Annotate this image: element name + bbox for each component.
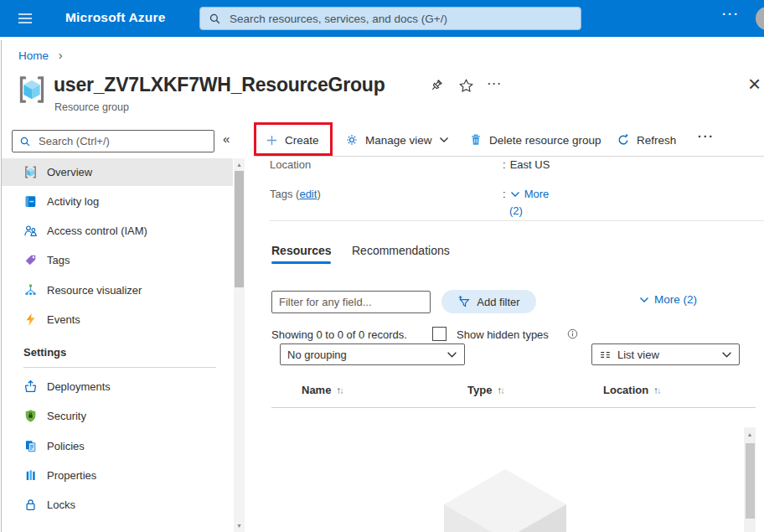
properties-icon — [23, 468, 38, 483]
trash-icon — [469, 133, 483, 147]
sort-down-icon: ↓ — [500, 385, 505, 395]
scroll-up-icon[interactable]: ▲ — [234, 162, 245, 168]
sidebar-item-security[interactable]: Security — [2, 402, 233, 430]
sidebar-item-tags[interactable]: Tags — [2, 246, 233, 274]
avatar[interactable] — [756, 7, 764, 30]
chevron-down-icon — [510, 191, 520, 198]
azure-brand-title: Microsoft Azure — [65, 10, 166, 25]
chevron-down-icon — [447, 351, 457, 359]
filter-input[interactable] — [271, 291, 431, 313]
people-icon — [23, 224, 38, 238]
title-more-icon[interactable]: ··· — [488, 77, 503, 90]
sidebar-item-properties[interactable]: Properties — [2, 462, 233, 489]
column-header-location[interactable]: Location↑↓ — [603, 384, 662, 396]
favorite-star-icon[interactable] — [458, 78, 474, 97]
lightning-bolt-icon — [23, 312, 38, 327]
global-search-input[interactable] — [228, 12, 581, 26]
page-title: user_ZV7LXKF7WH_ResourceGroup — [54, 74, 385, 96]
lock-icon — [23, 498, 38, 512]
tags-label: Tags (edit) — [270, 188, 321, 200]
chevron-down-icon — [639, 297, 649, 303]
add-filter-button[interactable]: Add filter — [441, 290, 536, 313]
refresh-icon — [617, 133, 630, 147]
column-header-name[interactable]: Name↑↓ — [302, 384, 344, 396]
active-tab-underline — [271, 261, 331, 264]
sidebar-item-label: Overview — [47, 166, 92, 178]
activity-log-icon — [23, 194, 38, 209]
delete-resource-group-button[interactable]: Delete resource group — [469, 128, 601, 152]
resource-group-icon — [16, 72, 48, 111]
sidebar-item-policies[interactable]: Policies — [2, 432, 233, 460]
tags-more-count[interactable]: (2) — [509, 204, 523, 217]
sidebar-scrollbar-thumb[interactable] — [235, 171, 244, 287]
sort-down-icon: ↓ — [339, 385, 344, 395]
grouping-value: No grouping — [287, 349, 347, 361]
content-scrollbar[interactable]: ▲ — [744, 427, 756, 532]
sidebar-section-settings: Settings — [23, 346, 66, 359]
empty-state-cube-graphic — [439, 466, 571, 532]
tag-icon — [23, 253, 38, 267]
hamburger-menu-icon[interactable] — [12, 7, 39, 30]
breadcrumb-home-link[interactable]: Home — [18, 49, 49, 62]
topbar-more-icon[interactable]: ··· — [722, 7, 740, 21]
sidebar-item-label: Tags — [47, 254, 70, 266]
plus-icon — [266, 134, 278, 147]
deployments-icon — [23, 380, 38, 394]
toolbar-more-icon[interactable]: ··· — [698, 130, 715, 143]
sidebar-item-overview[interactable]: Overview — [2, 158, 233, 186]
tags-value: : More — [503, 188, 549, 200]
manage-view-button[interactable]: Manage view — [345, 128, 449, 152]
content-scrollbar-thumb[interactable] — [746, 443, 755, 519]
scroll-down-icon[interactable]: ▼ — [234, 523, 245, 529]
chevron-down-icon — [721, 351, 732, 359]
column-header-type[interactable]: Type↑↓ — [467, 384, 505, 396]
azure-portal-page: Microsoft Azure ··· Home › user_ZV7LXKF7… — [0, 0, 764, 532]
sidebar-item-events[interactable]: Events — [2, 306, 233, 333]
tab-resources[interactable]: Resources — [271, 244, 332, 257]
sidebar-item-resource-visualizer[interactable]: Resource visualizer — [2, 276, 233, 304]
sidebar-item-label: Events — [47, 313, 80, 326]
top-bar: Microsoft Azure ··· — [0, 0, 764, 37]
chevron-down-icon — [439, 137, 449, 143]
sidebar-search-box[interactable] — [12, 130, 214, 152]
close-icon[interactable]: × — [748, 73, 761, 95]
sidebar-collapse-icon[interactable]: « — [223, 132, 230, 146]
sidebar-item-activity-log[interactable]: Activity log — [2, 188, 233, 215]
sidebar-item-locks[interactable]: Locks — [2, 491, 233, 519]
sort-down-icon: ↓ — [657, 385, 662, 395]
sidebar-section-divider — [23, 367, 216, 368]
refresh-label: Refresh — [637, 134, 676, 147]
colon: : — [503, 188, 506, 200]
tags-edit-link[interactable]: edit — [299, 188, 317, 200]
colon: : — [503, 158, 506, 171]
tags-more-link[interactable]: More — [524, 188, 550, 200]
refresh-button[interactable]: Refresh — [617, 128, 676, 152]
sidebar-item-label: Security — [47, 410, 86, 422]
sidebar-item-deployments[interactable]: Deployments — [2, 373, 233, 400]
view-dropdown[interactable]: List view — [591, 343, 740, 365]
pin-icon[interactable] — [428, 78, 444, 97]
location-label: Location — [270, 158, 311, 171]
sidebar-scrollbar[interactable]: ▲ ▼ — [234, 158, 245, 532]
filter-more-link[interactable]: More (2) — [639, 293, 697, 306]
view-value: List view — [617, 349, 659, 361]
global-search-box[interactable] — [199, 7, 581, 30]
records-count-text: Showing 0 to 0 of 0 records. — [271, 328, 407, 341]
show-hidden-types-checkbox[interactable] — [432, 327, 447, 341]
info-icon[interactable] — [566, 328, 579, 343]
sidebar-item-label: Activity log — [47, 195, 99, 208]
sidebar-item-label: Locks — [47, 498, 75, 511]
add-filter-icon — [457, 295, 471, 308]
grouping-dropdown[interactable]: No grouping — [280, 343, 465, 365]
sidebar-item-label: Access control (IAM) — [47, 225, 147, 237]
sidebar-item-access-control[interactable]: Access control (IAM) — [2, 217, 233, 245]
sidebar-item-label: Properties — [47, 469, 96, 482]
scroll-up-icon[interactable]: ▲ — [744, 431, 756, 437]
sidebar-search-input[interactable] — [37, 134, 214, 148]
breadcrumb-separator: › — [59, 48, 63, 62]
details-divider — [270, 220, 764, 221]
sidebar-item-label: Policies — [47, 440, 85, 452]
tab-recommendations[interactable]: Recommendations — [352, 244, 450, 257]
create-button[interactable]: Create — [266, 128, 319, 152]
search-icon — [209, 13, 221, 25]
